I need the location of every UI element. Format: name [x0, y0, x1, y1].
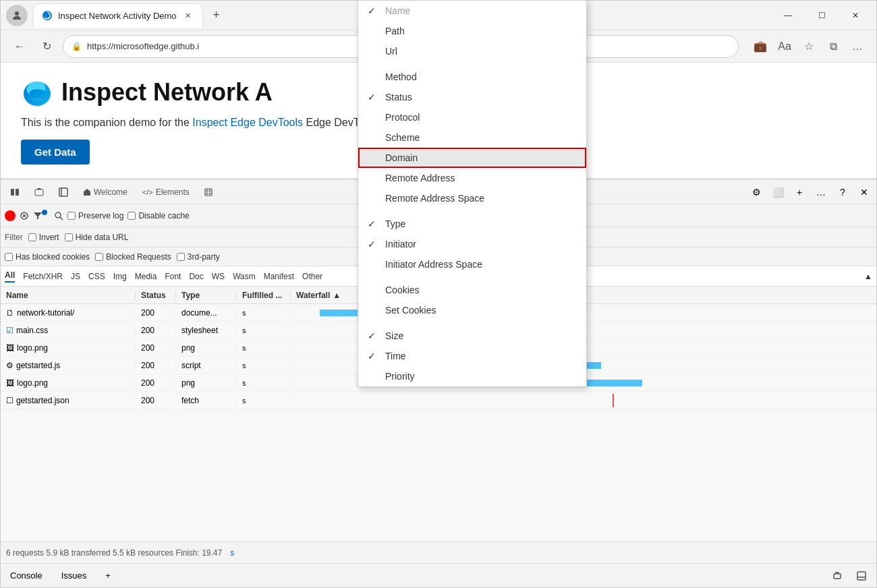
preserve-log-checkbox[interactable]: Preserve log [67, 211, 123, 220]
tab-title: Inspect Network Activity Demo [58, 11, 177, 21]
edge-devtools-link[interactable]: Edge DevTools [230, 117, 306, 128]
cm-item-method[interactable]: Method [358, 67, 586, 87]
row-fulfilled: s [237, 309, 291, 317]
cm-item-time[interactable]: ✓ Time [358, 346, 586, 366]
row-status: 200 [136, 326, 176, 335]
sidebar-btn[interactable] [52, 181, 75, 203]
cm-item-priority[interactable]: Priority [358, 366, 586, 386]
cm-item-path[interactable]: Path [358, 21, 586, 41]
col-header-type[interactable]: Type [176, 291, 237, 300]
hide-data-url-checkbox[interactable]: Hide data URL [65, 233, 129, 242]
res-type-img[interactable]: Img [113, 272, 127, 281]
devtools-close-btn[interactable]: ✕ [855, 183, 874, 202]
cm-item-name[interactable]: ✓ Name [358, 1, 586, 21]
cm-label-method: Method [385, 71, 417, 82]
favorites-icon[interactable]: ☆ [798, 36, 820, 57]
desc-prefix: This is the companion demo for the [21, 117, 192, 128]
row-fulfilled: s [237, 344, 291, 352]
browser-toolbar: 💼 Aa ☆ ⧉ … [749, 36, 868, 57]
split-screen-icon[interactable]: ⧉ [822, 36, 844, 57]
settings-icon[interactable]: … [847, 36, 868, 57]
table-row[interactable]: ☐ getstarted.json 200 fetch s [1, 392, 876, 409]
add-tab-btn[interactable]: + [101, 568, 115, 583]
get-data-button[interactable]: Get Data [21, 140, 90, 165]
maximize-button[interactable]: ☐ [806, 5, 837, 26]
new-tab-button[interactable]: + [206, 5, 227, 26]
record-network-btn[interactable] [5, 210, 16, 221]
waterfall-sort-icon[interactable]: ▲ [333, 291, 341, 300]
disable-cache-checkbox[interactable]: Disable cache [128, 211, 189, 220]
res-type-css[interactable]: CSS [88, 272, 105, 281]
cm-item-cookies[interactable]: Cookies [358, 280, 586, 300]
res-type-manifest[interactable]: Manifest [264, 272, 294, 281]
res-type-js[interactable]: JS [71, 272, 80, 281]
svg-point-0 [15, 11, 19, 16]
col-header-name[interactable]: Name [1, 291, 136, 300]
elements-icon: </> [142, 188, 153, 196]
screenshot-btn[interactable] [28, 181, 51, 203]
res-type-font[interactable]: Font [165, 272, 181, 281]
row-type: docume... [176, 308, 237, 318]
refresh-button[interactable]: ↻ [36, 36, 57, 57]
network-status-bar: 6 requests 5.9 kB transferred 5.5 kB res… [1, 541, 876, 563]
cm-item-remote-address-space[interactable]: Remote Address Space [358, 188, 586, 208]
has-blocked-cookies-checkbox[interactable]: Has blocked cookies [5, 252, 90, 262]
cm-item-domain[interactable]: Domain [358, 148, 586, 168]
cm-item-type[interactable]: ✓ Type [358, 214, 586, 234]
devtools-add-tab-btn[interactable]: + [790, 183, 809, 202]
cm-item-scheme[interactable]: Scheme [358, 127, 586, 148]
cm-label-remote-address: Remote Address [385, 173, 455, 183]
inspect-link[interactable]: Inspect [192, 117, 227, 128]
cm-item-remote-address[interactable]: Remote Address [358, 168, 586, 188]
svg-rect-6 [59, 188, 67, 196]
cm-item-size[interactable]: ✓ Size [358, 326, 586, 346]
collections-icon[interactable]: 💼 [749, 36, 771, 57]
res-type-media[interactable]: Media [135, 272, 157, 281]
cm-item-url[interactable]: Url [358, 41, 586, 61]
elements-tab[interactable]: </> Elements [136, 181, 196, 203]
network-stats: 6 requests 5.9 kB transferred 5.5 kB res… [6, 548, 222, 558]
sort-up-icon[interactable]: ▲ [864, 272, 872, 281]
expand-icon[interactable] [828, 566, 847, 585]
issues-tab[interactable]: Issues [57, 568, 91, 583]
svg-rect-16 [857, 572, 866, 580]
active-tab[interactable]: Inspect Network Activity Demo ✕ [33, 3, 203, 28]
console-tab[interactable]: Console [6, 568, 47, 583]
panel-icon[interactable] [852, 566, 871, 585]
network-tab[interactable] [198, 181, 219, 203]
res-type-wasm[interactable]: Wasm [233, 272, 256, 281]
close-button[interactable]: ✕ [840, 5, 871, 26]
res-type-xhr[interactable]: Fetch/XHR [23, 272, 63, 281]
cm-item-initiator[interactable]: ✓ Initiator [358, 234, 586, 254]
cm-item-initiator-address-space[interactable]: Initiator Address Space [358, 254, 586, 274]
devtools-help-btn[interactable]: ? [833, 183, 852, 202]
svg-marker-12 [34, 212, 42, 219]
read-aloud-icon[interactable]: Aa [774, 36, 795, 57]
cm-item-status[interactable]: ✓ Status [358, 87, 586, 107]
col-header-status[interactable]: Status [136, 291, 176, 300]
third-party-checkbox[interactable]: 3rd-party [177, 252, 220, 262]
profile-icon[interactable] [6, 5, 28, 26]
res-type-other[interactable]: Other [302, 272, 322, 281]
devtools-more-btn[interactable]: … [812, 183, 830, 202]
minimize-button[interactable]: — [772, 5, 803, 26]
res-type-ws[interactable]: WS [212, 272, 225, 281]
row-status: 200 [136, 343, 176, 353]
back-button[interactable]: ← [9, 36, 30, 57]
record-icon-btn[interactable] [3, 181, 26, 203]
devtools-dock-icon[interactable]: ⬜ [768, 183, 787, 202]
cm-item-protocol[interactable]: Protocol [358, 107, 586, 127]
invert-filter-checkbox[interactable]: Invert [28, 233, 59, 242]
devtools-settings-icon[interactable]: ⚙ [747, 183, 766, 202]
filter-network-btn[interactable] [33, 211, 50, 220]
welcome-tab[interactable]: Welcome [76, 181, 134, 203]
filter-label: Filter [5, 233, 23, 242]
clear-network-btn[interactable] [20, 211, 29, 220]
res-type-doc[interactable]: Doc [189, 272, 203, 281]
col-header-fulfilled[interactable]: Fulfilled ... [237, 291, 291, 300]
search-network-btn[interactable] [54, 211, 63, 220]
tab-close-button[interactable]: ✕ [182, 9, 194, 22]
blocked-requests-checkbox[interactable]: Blocked Requests [95, 252, 171, 262]
cm-item-set-cookies[interactable]: Set Cookies [358, 300, 586, 320]
res-type-all[interactable]: All [5, 270, 15, 283]
